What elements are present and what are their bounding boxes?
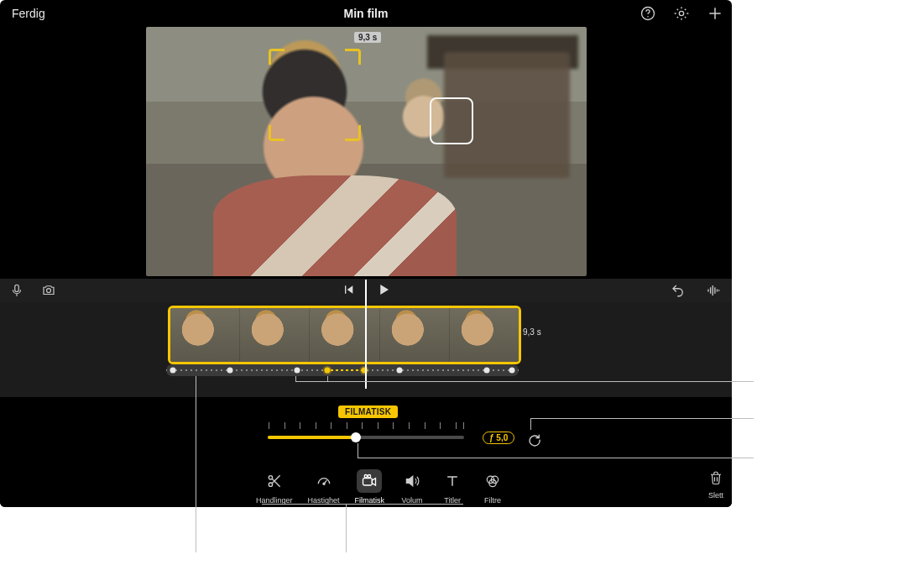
svg-point-1 [647, 16, 649, 17]
aperture-ticks [269, 422, 463, 432]
playhead[interactable] [365, 280, 367, 389]
speaker-icon [399, 469, 425, 493]
callout-leader [327, 376, 328, 382]
waveform-icon[interactable] [705, 282, 722, 299]
timeline-clip-duration: 9,3 s [523, 327, 541, 337]
tool-speed[interactable]: Hastighet [308, 469, 340, 505]
tool-cinematic[interactable]: Filmatisk [355, 469, 385, 505]
scissors-icon [262, 469, 287, 493]
svg-point-10 [364, 475, 367, 478]
aperture-value-pill[interactable]: ƒ 5,0 [483, 432, 514, 444]
project-title: Min film [0, 7, 732, 20]
undo-icon[interactable] [670, 282, 686, 299]
help-icon[interactable] [639, 5, 656, 22]
focus-keyframe[interactable] [397, 368, 403, 374]
camera-icon[interactable] [40, 282, 57, 299]
callout-leader [346, 504, 347, 552]
trash-icon [708, 469, 723, 488]
focus-keyframe[interactable] [227, 368, 233, 374]
cine-camera-icon [357, 469, 382, 493]
gear-icon[interactable] [673, 5, 690, 22]
tool-delete[interactable]: Slett [708, 469, 723, 500]
focus-keyframe-track[interactable] [166, 364, 519, 376]
svg-rect-3 [15, 285, 19, 291]
svg-point-4 [47, 289, 51, 293]
plus-icon[interactable] [707, 5, 723, 22]
aperture-slider-fill [268, 436, 356, 439]
cinematic-panel: FILMATISK ƒ 5,0 [0, 397, 732, 507]
svg-point-2 [679, 11, 683, 15]
tool-label: Slett [708, 491, 723, 500]
tool-filters[interactable]: Filtre [480, 469, 505, 505]
cinematic-badge: FILMATISK [338, 405, 398, 418]
focus-keyframe[interactable] [170, 368, 176, 374]
gauge-icon [311, 469, 337, 493]
tool-actions[interactable]: Handlinger [256, 469, 293, 505]
focus-keyframe[interactable] [484, 368, 490, 374]
callout-leader [262, 504, 463, 505]
tool-volume[interactable]: Volum [399, 469, 425, 505]
imovie-editor-window: Ferdig Min film [0, 0, 732, 507]
inspector-tool-row: Handlinger Hastighet [256, 469, 505, 505]
svg-point-11 [368, 475, 371, 478]
mic-icon[interactable] [8, 282, 25, 299]
focus-bracket-primary[interactable] [269, 49, 361, 141]
focus-keyframe[interactable] [509, 368, 515, 374]
svg-point-7 [269, 483, 272, 486]
callout-leader [295, 381, 754, 382]
svg-point-8 [322, 483, 324, 484]
svg-rect-9 [363, 479, 373, 485]
video-preview[interactable]: 9,3 s [146, 27, 587, 276]
callout-leader [358, 458, 754, 458]
aperture-slider-knob[interactable] [351, 432, 361, 442]
title-t-icon [440, 469, 465, 493]
clip-duration-pill: 9,3 s [354, 32, 381, 43]
preview-scene-element [213, 175, 457, 276]
callout-leader [358, 443, 358, 458]
tool-titles[interactable]: Titler [440, 469, 465, 505]
callout-leader [196, 376, 196, 552]
focus-keyframe[interactable] [295, 368, 300, 374]
callout-leader [295, 376, 296, 382]
timeline-clip[interactable] [168, 306, 521, 364]
focus-keyframe-active[interactable] [325, 368, 331, 374]
reset-icon[interactable] [526, 431, 543, 447]
callout-leader [530, 418, 531, 430]
callout-leader [530, 418, 754, 419]
tool-label: Filtre [484, 496, 501, 505]
svg-point-6 [269, 476, 272, 479]
filters-icon [480, 469, 505, 493]
skip-back-icon[interactable] [340, 281, 357, 298]
focus-box-secondary[interactable] [430, 97, 473, 144]
play-icon[interactable] [375, 281, 392, 298]
top-bar: Ferdig Min film [0, 0, 732, 29]
